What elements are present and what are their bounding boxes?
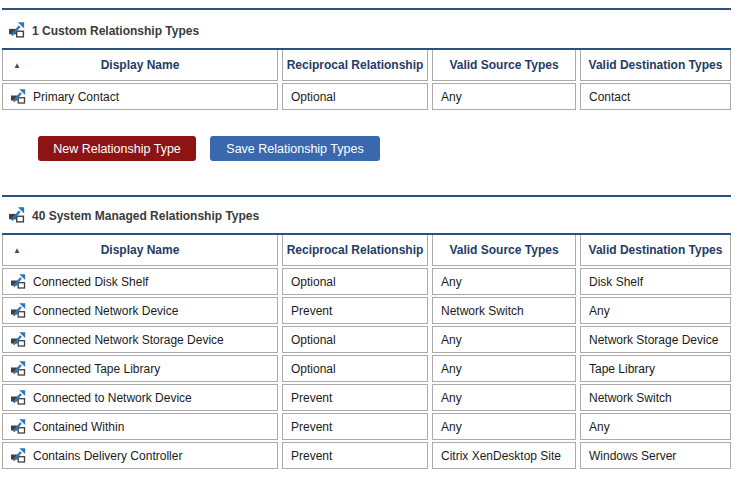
cell-destination[interactable]: Tape Library xyxy=(580,355,731,382)
cell-destination[interactable]: Windows Server xyxy=(580,442,731,469)
cell-source[interactable]: Any xyxy=(432,413,576,440)
cell-source[interactable]: Any xyxy=(432,83,576,110)
column-header-display-name[interactable]: ▲ Display Name xyxy=(2,50,278,81)
new-relationship-type-button[interactable]: New Relationship Type xyxy=(38,136,196,161)
relationship-type-icon xyxy=(10,332,26,348)
section-header-system-managed: 40 System Managed Relationship Types xyxy=(8,207,738,224)
system-managed-relationship-table: ▲ Display Name Reciprocal Relationship V… xyxy=(2,233,731,469)
cell-reciprocal[interactable]: Optional xyxy=(282,355,428,382)
display-name-text: Primary Contact xyxy=(33,90,119,104)
cell-source[interactable]: Any xyxy=(432,326,576,353)
cell-reciprocal[interactable]: Optional xyxy=(282,268,428,295)
cell-source[interactable]: Any xyxy=(432,384,576,411)
cell-reciprocal[interactable]: Prevent xyxy=(282,297,428,324)
cell-source[interactable]: Any xyxy=(432,268,576,295)
cell-display-name[interactable]: Connected Network Device xyxy=(2,297,278,324)
cell-display-name[interactable]: Contained Within xyxy=(2,413,278,440)
cell-reciprocal[interactable]: Prevent xyxy=(282,384,428,411)
display-name-text: Connected Network Device xyxy=(33,304,178,318)
cell-destination[interactable]: Network Switch xyxy=(580,384,731,411)
cell-destination[interactable]: Contact xyxy=(580,83,731,110)
cell-reciprocal[interactable]: Optional xyxy=(282,83,428,110)
cell-display-name[interactable]: Connected Disk Shelf xyxy=(2,268,278,295)
display-name-text: Connected Tape Library xyxy=(33,362,160,376)
cell-source[interactable]: Network Switch xyxy=(432,297,576,324)
section-title-text: 40 System Managed Relationship Types xyxy=(32,209,259,223)
cell-reciprocal[interactable]: Prevent xyxy=(282,413,428,440)
top-divider xyxy=(2,8,731,10)
cell-reciprocal[interactable]: Optional xyxy=(282,326,428,353)
relationship-type-icon xyxy=(10,390,26,406)
relationship-type-icon xyxy=(8,207,25,224)
relationship-type-icon xyxy=(10,361,26,377)
column-header-source[interactable]: Valid Source Types xyxy=(432,235,576,266)
sort-ascending-icon[interactable]: ▲ xyxy=(13,61,21,70)
relationship-type-icon xyxy=(10,303,26,319)
column-header-destination[interactable]: Valid Destination Types xyxy=(580,235,731,266)
relationship-type-icon xyxy=(10,448,26,464)
section-title-text: 1 Custom Relationship Types xyxy=(32,24,199,38)
button-row: New Relationship Type Save Relationship … xyxy=(38,136,738,161)
display-name-text: Contains Delivery Controller xyxy=(33,449,182,463)
cell-source[interactable]: Citrix XenDesktop Site xyxy=(432,442,576,469)
cell-display-name[interactable]: Connected Tape Library xyxy=(2,355,278,382)
save-relationship-types-button[interactable]: Save Relationship Types xyxy=(210,136,380,161)
column-header-reciprocal[interactable]: Reciprocal Relationship xyxy=(282,235,428,266)
column-header-reciprocal[interactable]: Reciprocal Relationship xyxy=(282,50,428,81)
relationship-type-icon xyxy=(10,274,26,290)
section-header-custom: 1 Custom Relationship Types xyxy=(8,22,738,39)
custom-relationship-table: ▲ Display Name Reciprocal Relationship V… xyxy=(2,48,731,110)
cell-destination[interactable]: Network Storage Device xyxy=(580,326,731,353)
display-name-text: Connected Network Storage Device xyxy=(33,333,224,347)
cell-display-name[interactable]: Contains Delivery Controller xyxy=(2,442,278,469)
cell-reciprocal[interactable]: Prevent xyxy=(282,442,428,469)
cell-source[interactable]: Any xyxy=(432,355,576,382)
cell-destination[interactable]: Any xyxy=(580,297,731,324)
cell-display-name[interactable]: Connected Network Storage Device xyxy=(2,326,278,353)
display-name-text: Contained Within xyxy=(33,420,124,434)
display-name-text: Connected to Network Device xyxy=(33,391,192,405)
cell-destination[interactable]: Any xyxy=(580,413,731,440)
column-header-destination[interactable]: Valid Destination Types xyxy=(580,50,731,81)
cell-display-name[interactable]: Connected to Network Device xyxy=(2,384,278,411)
relationship-type-icon xyxy=(10,89,26,105)
display-name-text: Connected Disk Shelf xyxy=(33,275,148,289)
relationship-type-icon xyxy=(10,419,26,435)
column-header-source[interactable]: Valid Source Types xyxy=(432,50,576,81)
relationship-type-icon xyxy=(8,22,25,39)
section-divider xyxy=(2,195,731,197)
column-header-display-name[interactable]: ▲ Display Name xyxy=(2,235,278,266)
sort-ascending-icon[interactable]: ▲ xyxy=(13,246,21,255)
cell-display-name[interactable]: Primary Contact xyxy=(2,83,278,110)
cell-destination[interactable]: Disk Shelf xyxy=(580,268,731,295)
